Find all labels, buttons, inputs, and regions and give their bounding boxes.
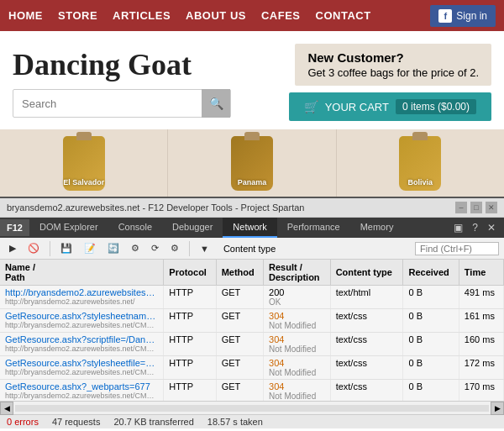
col-protocol[interactable]: Protocol bbox=[164, 260, 216, 286]
product-label-el-salvador: El Salvador bbox=[63, 178, 104, 187]
cell-result: 304 Not Modified bbox=[264, 333, 331, 356]
status-time: 18.57 s taken bbox=[207, 417, 263, 427]
product-label-bolivia: Bolivia bbox=[408, 178, 433, 187]
toolbar-btn-1[interactable]: 💾 bbox=[56, 240, 76, 256]
cell-result: 200 OK bbox=[264, 286, 331, 309]
search-input[interactable] bbox=[13, 93, 202, 114]
col-content-type[interactable]: Content type bbox=[330, 260, 403, 286]
status-errors: 0 errors bbox=[7, 417, 39, 427]
tab-debugger[interactable]: Debugger bbox=[162, 218, 223, 238]
cell-received: 0 B bbox=[403, 309, 459, 333]
minimize-button[interactable]: – bbox=[455, 202, 467, 213]
cell-content-type: text/css bbox=[330, 309, 403, 333]
cell-method: GET bbox=[216, 309, 263, 333]
tab-console[interactable]: Console bbox=[108, 218, 162, 238]
nav-about-us[interactable]: ABOUT US bbox=[186, 9, 246, 22]
cell-name: http://bryansdemo2.azurewebsites.net/ ht… bbox=[0, 286, 164, 309]
cart-button[interactable]: 🛒 YOUR CART 0 items ($0.00) bbox=[289, 92, 491, 121]
product-bag-panama: Panama bbox=[231, 136, 273, 191]
table-row[interactable]: GetResource.ashx?_webparts=677 http://br… bbox=[0, 380, 504, 402]
new-customer-text: Get 3 coffee bags for the price of 2. bbox=[307, 66, 479, 79]
cell-received: 0 B bbox=[403, 380, 459, 402]
toolbar-btn-2[interactable]: 📝 bbox=[80, 240, 100, 256]
search-bar: 🔍 bbox=[13, 89, 231, 118]
tab-dom-explorer[interactable]: DOM Explorer bbox=[29, 218, 108, 238]
toolbar-btn-3[interactable]: 🔄 bbox=[103, 240, 123, 256]
search-button[interactable]: 🔍 bbox=[202, 89, 230, 118]
scroll-right-button[interactable]: ▶ bbox=[491, 402, 504, 415]
toolbar-btn-5[interactable]: ⟳ bbox=[147, 240, 163, 256]
content-type-filter: Content type bbox=[223, 244, 276, 254]
col-method[interactable]: Method bbox=[216, 260, 263, 286]
toolbar-btn-4[interactable]: ⚙ bbox=[127, 240, 144, 256]
cell-protocol: HTTP bbox=[164, 286, 216, 309]
product-bolivia[interactable]: Bolivia bbox=[337, 129, 504, 197]
status-requests: 47 requests bbox=[52, 417, 100, 427]
cell-result: 304 Not Modified bbox=[264, 380, 331, 402]
signin-button[interactable]: f Sign in bbox=[430, 5, 496, 27]
cell-protocol: HTTP bbox=[164, 356, 216, 380]
header-right: New Customer? Get 3 coffee bags for the … bbox=[289, 44, 491, 121]
horizontal-scrollbar[interactable]: ◀ ▶ bbox=[0, 401, 504, 414]
record-button[interactable]: ▶ bbox=[5, 240, 20, 256]
cell-name: GetResource.ashx?stylesheetname=DancingG… bbox=[0, 309, 164, 333]
tab-performance[interactable]: Performance bbox=[277, 218, 350, 238]
facebook-icon: f bbox=[438, 9, 452, 23]
devtools-icons: ▣ ? ✕ bbox=[445, 220, 504, 235]
cell-method: GET bbox=[216, 333, 263, 356]
product-panama[interactable]: Panama bbox=[168, 129, 336, 197]
tab-memory[interactable]: Memory bbox=[350, 218, 404, 238]
toolbar-separator-2 bbox=[189, 241, 190, 256]
clear-button[interactable]: 🚫 bbox=[24, 240, 44, 256]
close-devtools-icon[interactable]: ✕ bbox=[484, 220, 499, 235]
f12-label: F12 bbox=[0, 219, 29, 236]
table-row[interactable]: http://bryansdemo2.azurewebsites.net/ ht… bbox=[0, 286, 504, 309]
col-result[interactable]: Result /Description bbox=[264, 260, 331, 286]
cell-content-type: text/css bbox=[330, 380, 403, 402]
cell-name: GetResource.ashx?scriptfile=/DancingGoat… bbox=[0, 333, 164, 356]
product-bag-bolivia: Bolivia bbox=[399, 136, 441, 191]
maximize-button[interactable]: □ bbox=[470, 202, 482, 213]
cell-method: GET bbox=[216, 380, 263, 402]
cell-method: GET bbox=[216, 286, 263, 309]
header-left: Dancing Goat 🔍 bbox=[13, 47, 289, 118]
table-header-row: Name /Path Protocol Method Result /Descr… bbox=[0, 260, 504, 286]
cart-count: 0 items ($0.00) bbox=[396, 99, 476, 114]
nav-links: HOME STORE ARTICLES ABOUT US CAFES CONTA… bbox=[8, 9, 430, 22]
network-table: Name /Path Protocol Method Result /Descr… bbox=[0, 260, 504, 401]
dock-icon[interactable]: ▣ bbox=[450, 220, 466, 235]
find-input[interactable] bbox=[415, 242, 499, 255]
product-bag-el-salvador: El Salvador bbox=[63, 136, 105, 191]
col-name[interactable]: Name /Path bbox=[0, 260, 164, 286]
toolbar-btn-6[interactable]: ⚙ bbox=[166, 240, 183, 256]
devtools-statusbar: 0 errors 47 requests 20.7 KB transferred… bbox=[0, 414, 504, 428]
devtools-title-text: bryansdemo2.azurewebsites.net - F12 Deve… bbox=[7, 202, 304, 213]
nav-home[interactable]: HOME bbox=[8, 9, 43, 22]
cell-protocol: HTTP bbox=[164, 380, 216, 402]
product-label-panama: Panama bbox=[238, 178, 267, 187]
window-controls: – □ ✕ bbox=[455, 202, 497, 213]
cart-icon: 🛒 bbox=[304, 100, 318, 113]
nav-store[interactable]: STORE bbox=[58, 9, 97, 22]
content-type-label: Content type bbox=[223, 244, 276, 254]
table-row[interactable]: GetResource.ashx?scriptfile=/DancingGoat… bbox=[0, 333, 504, 356]
table-row[interactable]: GetResource.ashx?stylesheetfile=/Dancing… bbox=[0, 356, 504, 380]
col-received[interactable]: Received bbox=[403, 260, 459, 286]
cell-name: GetResource.ashx?_webparts=677 http://br… bbox=[0, 380, 164, 402]
scroll-left-button[interactable]: ◀ bbox=[0, 402, 13, 415]
tab-network[interactable]: Network bbox=[223, 218, 276, 238]
nav-cafes[interactable]: CAFES bbox=[261, 9, 301, 22]
cell-time: 170 ms bbox=[459, 380, 503, 402]
table-row[interactable]: GetResource.ashx?stylesheetname=DancingG… bbox=[0, 309, 504, 333]
scrollbar-track[interactable] bbox=[15, 405, 489, 412]
help-icon[interactable]: ? bbox=[469, 220, 481, 235]
nav-articles[interactable]: ARTICLES bbox=[113, 9, 171, 22]
filter-icon[interactable]: ▼ bbox=[196, 241, 213, 256]
close-button[interactable]: ✕ bbox=[486, 202, 497, 213]
product-el-salvador[interactable]: El Salvador bbox=[0, 129, 168, 197]
cell-content-type: text/css bbox=[330, 333, 403, 356]
cell-result: 304 Not Modified bbox=[264, 309, 331, 333]
nav-contact[interactable]: CONTACT bbox=[316, 9, 371, 22]
site-title: Dancing Goat bbox=[13, 47, 289, 82]
col-time[interactable]: Time bbox=[459, 260, 503, 286]
